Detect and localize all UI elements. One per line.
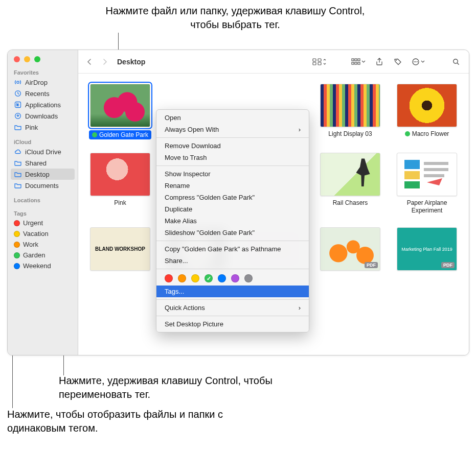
ctx-separator bbox=[156, 241, 309, 241]
svg-rect-25 bbox=[424, 174, 444, 177]
svg-rect-20 bbox=[404, 160, 420, 169]
sidebar-item-downloads[interactable]: Downloads bbox=[8, 110, 78, 122]
ctx-quick-actions[interactable]: Quick Actions› bbox=[156, 302, 309, 314]
ctx-compress[interactable]: Compress "Golden Gate Park" bbox=[156, 192, 309, 203]
file-item[interactable]: PDF bbox=[318, 227, 383, 271]
file-label: Rail Chasers bbox=[333, 199, 368, 206]
ctx-separator bbox=[156, 269, 309, 269]
svg-point-14 bbox=[396, 60, 397, 61]
view-mode-button[interactable] bbox=[309, 56, 330, 68]
file-item[interactable]: BLAND WORKSHOP bbox=[87, 227, 153, 271]
ctx-make-alias[interactable]: Make Alias bbox=[156, 215, 309, 227]
sidebar-item-applications[interactable]: Applications bbox=[8, 99, 78, 110]
file-item[interactable]: Rail Chasers bbox=[318, 153, 383, 214]
file-thumbnail: BLAND WORKSHOP bbox=[90, 227, 150, 271]
svg-rect-9 bbox=[355, 59, 357, 61]
file-thumbnail bbox=[90, 84, 150, 127]
ctx-dot-red[interactable] bbox=[165, 274, 173, 282]
group-button[interactable] bbox=[348, 56, 369, 68]
search-button[interactable] bbox=[448, 56, 464, 68]
tag-dot-green bbox=[14, 252, 20, 258]
callout-mid: Нажмите, удерживая клавишу Control, чтоб… bbox=[59, 374, 325, 401]
ctx-slideshow[interactable]: Slideshow "Golden Gate Park" bbox=[156, 227, 309, 239]
ctx-tags[interactable]: Tags... bbox=[156, 286, 309, 297]
file-thumbnail bbox=[320, 84, 380, 127]
sidebar-item-airdrop[interactable]: AirDrop bbox=[8, 77, 78, 88]
finder-window: Favorites AirDrop Recents Applications D… bbox=[7, 50, 469, 355]
sidebar-heading-icloud: iCloud bbox=[8, 138, 78, 146]
leader-mid-v bbox=[63, 364, 64, 375]
ctx-dot-yellow[interactable] bbox=[191, 274, 199, 282]
ctx-remove-download[interactable]: Remove Download bbox=[156, 140, 309, 152]
svg-rect-24 bbox=[424, 168, 448, 171]
sidebar-item-label: Vacation bbox=[23, 230, 49, 238]
sidebar-tag-weekend[interactable]: Weekend bbox=[8, 260, 78, 271]
file-label: Macro Flower bbox=[412, 130, 449, 137]
ctx-dot-gray[interactable] bbox=[244, 274, 253, 282]
forward-button[interactable] bbox=[99, 56, 111, 68]
file-item[interactable]: Paper Airplane Experiment bbox=[394, 153, 460, 214]
tags-button[interactable] bbox=[390, 56, 405, 68]
traffic-lights bbox=[8, 50, 78, 66]
sidebar-item-label: Applications bbox=[25, 101, 61, 109]
ctx-duplicate[interactable]: Duplicate bbox=[156, 203, 309, 215]
sidebar-item-desktop[interactable]: Desktop bbox=[11, 169, 75, 180]
tag-dot-orange bbox=[14, 242, 20, 248]
sidebar-item-label: Weekend bbox=[23, 262, 51, 270]
ctx-move-to-trash[interactable]: Move to Trash bbox=[156, 152, 309, 163]
sidebar-item-icloud-drive[interactable]: iCloud Drive bbox=[8, 146, 78, 157]
svg-rect-22 bbox=[404, 181, 420, 188]
sidebar-heading-favorites: Favorites bbox=[8, 68, 78, 77]
file-label: Paper Airplane Experiment bbox=[394, 199, 460, 214]
sidebar-heading-locations: Locations bbox=[8, 196, 78, 204]
ctx-dot-green[interactable] bbox=[205, 274, 213, 282]
callout-top: Нажмите файл или папку, удерживая клавиш… bbox=[97, 4, 373, 32]
minimize-window-button[interactable] bbox=[24, 56, 30, 62]
sidebar-tag-garden[interactable]: Garden bbox=[8, 250, 78, 260]
ctx-set-desktop[interactable]: Set Desktop Picture bbox=[156, 318, 309, 330]
back-button[interactable] bbox=[83, 56, 96, 68]
thumb-text: Marketing Plan Fall 2019 bbox=[401, 247, 452, 252]
ctx-dot-orange[interactable] bbox=[178, 274, 186, 282]
svg-point-17 bbox=[415, 61, 416, 62]
sidebar-tag-vacation[interactable]: Vacation bbox=[8, 228, 78, 239]
ctx-tag-colors bbox=[156, 271, 309, 286]
sidebar-item-shared[interactable]: Shared bbox=[8, 157, 78, 169]
share-button[interactable] bbox=[372, 56, 387, 68]
ctx-share[interactable]: Share... bbox=[156, 255, 309, 267]
sidebar-item-documents[interactable]: Documents bbox=[8, 180, 78, 191]
sidebar-item-recents[interactable]: Recents bbox=[8, 88, 78, 99]
ctx-always-open-with[interactable]: Always Open With› bbox=[156, 124, 309, 135]
ctx-show-inspector[interactable]: Show Inspector bbox=[156, 168, 309, 180]
svg-rect-7 bbox=[318, 62, 321, 65]
svg-rect-8 bbox=[352, 59, 354, 61]
tag-dot-yellow bbox=[14, 231, 20, 237]
ctx-open[interactable]: Open bbox=[156, 112, 309, 124]
sidebar-tag-urgent[interactable]: Urgent bbox=[8, 218, 78, 228]
file-item[interactable]: Macro Flower bbox=[394, 84, 460, 139]
file-item[interactable]: Golden Gate Park bbox=[87, 84, 153, 139]
file-item[interactable]: Marketing Plan Fall 2019PDF bbox=[394, 227, 460, 271]
ctx-dot-blue[interactable] bbox=[218, 274, 226, 282]
fullscreen-window-button[interactable] bbox=[34, 56, 40, 62]
file-label: Golden Gate Park bbox=[99, 131, 148, 138]
file-item[interactable]: Pink bbox=[87, 153, 153, 214]
ctx-rename[interactable]: Rename bbox=[156, 180, 309, 192]
chevron-right-icon: › bbox=[299, 126, 301, 133]
ctx-copy-pathname[interactable]: Copy "Golden Gate Park" as Pathname bbox=[156, 243, 309, 255]
file-grid: Golden Gate Park Light Display 03 Macro … bbox=[78, 74, 469, 355]
file-thumbnail bbox=[90, 153, 150, 196]
sidebar-item-pink[interactable]: Pink bbox=[8, 122, 78, 133]
file-item[interactable]: Light Display 03 bbox=[318, 84, 383, 139]
ctx-dot-purple[interactable] bbox=[231, 274, 239, 282]
svg-point-18 bbox=[417, 61, 418, 62]
svg-rect-12 bbox=[355, 62, 357, 64]
close-window-button[interactable] bbox=[14, 56, 20, 62]
svg-rect-21 bbox=[404, 171, 420, 179]
file-label: Pink bbox=[114, 199, 126, 206]
tag-dot-green-icon bbox=[92, 132, 97, 137]
more-button[interactable] bbox=[409, 56, 428, 68]
context-menu: Open Always Open With› Remove Download M… bbox=[156, 109, 309, 333]
sidebar-tag-work[interactable]: Work bbox=[8, 239, 78, 250]
file-thumbnail: PDF bbox=[320, 227, 380, 271]
